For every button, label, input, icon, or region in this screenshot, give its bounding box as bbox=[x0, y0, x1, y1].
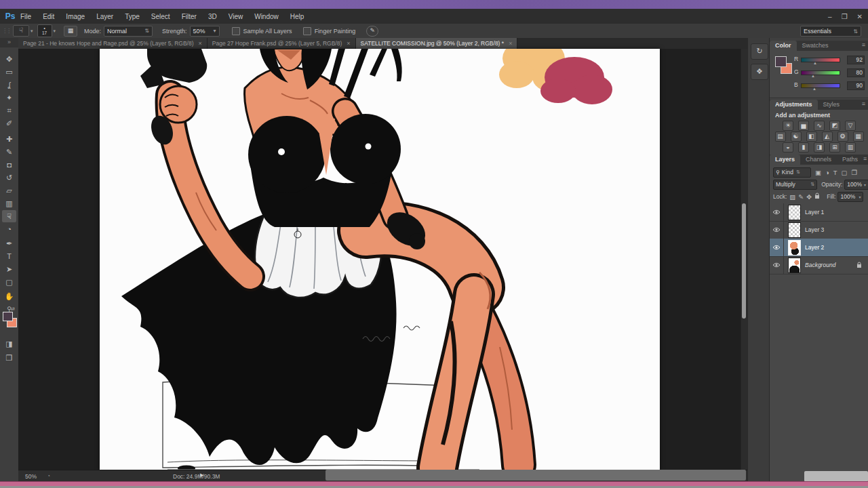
tab-adjustments[interactable]: Adjustments bbox=[770, 100, 818, 110]
vibrance-icon[interactable]: ▽ bbox=[845, 121, 856, 131]
fill-field[interactable]: 100% ▾ bbox=[837, 192, 863, 202]
exposure-icon[interactable]: ◩ bbox=[829, 121, 840, 131]
green-value[interactable]: 80 bbox=[847, 68, 865, 77]
gradient-map-icon[interactable]: ▥ bbox=[845, 142, 856, 152]
green-slider-thumb[interactable]: ▲ bbox=[811, 74, 815, 78]
hue-saturation-icon[interactable]: ▤ bbox=[775, 131, 786, 142]
curves-icon[interactable]: ∿ bbox=[814, 121, 825, 131]
menu-window[interactable]: Window bbox=[254, 13, 279, 20]
menu-help[interactable]: Help bbox=[290, 13, 304, 20]
red-value[interactable]: 92 bbox=[847, 56, 865, 64]
strength-dropdown[interactable]: 50% ▾ bbox=[190, 26, 220, 37]
lock-pixels-icon[interactable]: ✎ bbox=[798, 193, 804, 201]
history-panel-icon[interactable]: ↻ bbox=[751, 43, 768, 60]
visibility-eye-icon[interactable] bbox=[770, 203, 784, 221]
menu-image[interactable]: Image bbox=[66, 13, 85, 20]
document-tab-3-active[interactable]: SATELLITE COMISSION.jpg @ 50% (Layer 2, … bbox=[356, 38, 518, 49]
posterize-icon[interactable]: ▮ bbox=[798, 142, 809, 152]
panel-menu-icon[interactable]: ≡ bbox=[862, 100, 868, 110]
canvas[interactable] bbox=[100, 49, 660, 470]
visibility-eye-icon[interactable] bbox=[770, 256, 784, 274]
path-selection-tool[interactable]: ➤ bbox=[2, 263, 16, 275]
tab-styles[interactable]: Styles bbox=[818, 100, 846, 110]
tab-swatches[interactable]: Swatches bbox=[797, 41, 834, 51]
brush-picker-arrow[interactable]: ▾ bbox=[54, 28, 56, 34]
menu-view[interactable]: View bbox=[229, 13, 243, 20]
marquee-tool[interactable]: ▭ bbox=[2, 66, 16, 78]
black-white-icon[interactable]: ◧ bbox=[806, 131, 817, 142]
menu-filter[interactable]: Filter bbox=[182, 13, 197, 20]
panel-menu-icon[interactable]: ≡ bbox=[862, 41, 868, 51]
layer-row-layer2-selected[interactable]: Layer 2 bbox=[770, 239, 868, 257]
eraser-tool[interactable]: ▱ bbox=[2, 184, 16, 197]
tab-close-icon[interactable]: × bbox=[509, 40, 512, 47]
visibility-eye-icon[interactable] bbox=[770, 221, 784, 239]
canvas-artwork[interactable] bbox=[100, 49, 660, 470]
color-balance-icon[interactable]: ☯ bbox=[791, 131, 802, 142]
green-slider[interactable] bbox=[801, 70, 840, 75]
red-slider-thumb[interactable]: ▲ bbox=[813, 61, 817, 65]
horizontal-scrollbar-thumb[interactable] bbox=[326, 470, 746, 481]
blue-slider-thumb[interactable]: ▲ bbox=[812, 87, 816, 91]
properties-panel-icon[interactable]: ❖ bbox=[751, 64, 768, 80]
brush-tool[interactable]: ✎ bbox=[2, 146, 16, 158]
layer-row-layer3[interactable]: Layer 3 bbox=[770, 221, 868, 239]
healing-brush-tool[interactable]: ✚ bbox=[2, 133, 16, 145]
hand-tool[interactable]: ✋ bbox=[2, 290, 16, 302]
filter-smart-objects-icon[interactable]: ❐ bbox=[852, 169, 858, 176]
eyedropper-tool[interactable]: ✐ bbox=[2, 117, 16, 129]
pen-tool[interactable]: ✒ bbox=[2, 237, 16, 249]
lasso-tool[interactable]: ʆ bbox=[2, 79, 16, 91]
status-menu-arrow[interactable]: ▶ bbox=[200, 472, 203, 478]
screen-mode-button[interactable]: ❒ bbox=[2, 352, 16, 364]
brush-panel-toggle-icon[interactable]: ▦ bbox=[64, 26, 77, 37]
menu-layer[interactable]: Layer bbox=[96, 13, 113, 20]
type-tool[interactable]: T bbox=[2, 250, 16, 262]
color-lookup-icon[interactable]: ▦ bbox=[853, 131, 864, 142]
swap-colors-icon[interactable]: ⇄ bbox=[11, 306, 15, 312]
tool-preset-arrow[interactable]: ▾ bbox=[31, 28, 33, 34]
tab-paths[interactable]: Paths bbox=[837, 155, 863, 165]
smudge-tool[interactable]: ☟ bbox=[2, 210, 16, 222]
filter-type-layers-icon[interactable]: T bbox=[833, 169, 837, 176]
layer-thumbnail[interactable] bbox=[788, 240, 801, 256]
tab-channels[interactable]: Channels bbox=[800, 155, 837, 165]
crop-tool[interactable]: ⌗ bbox=[2, 104, 16, 117]
lock-transparency-icon[interactable]: ▨ bbox=[789, 193, 795, 201]
close-button[interactable]: ✕ bbox=[857, 13, 863, 20]
red-slider[interactable] bbox=[801, 58, 840, 62]
panel-menu-icon[interactable]: ≡ bbox=[863, 155, 868, 165]
foreground-color-swatch[interactable] bbox=[3, 312, 13, 321]
invert-icon[interactable]: ◒ bbox=[783, 142, 793, 152]
blue-value[interactable]: 90 bbox=[847, 81, 865, 90]
layer-row-layer1[interactable]: Layer 1 bbox=[770, 203, 868, 222]
clone-stamp-tool[interactable]: ◘ bbox=[2, 159, 16, 171]
lock-position-icon[interactable]: ✥ bbox=[806, 193, 812, 201]
tab-close-icon[interactable]: × bbox=[347, 40, 350, 47]
menu-select[interactable]: Select bbox=[151, 13, 170, 20]
channel-mixer-icon[interactable]: ❂ bbox=[837, 131, 848, 142]
move-tool[interactable]: ✥ bbox=[2, 53, 16, 65]
restore-button[interactable]: ❐ bbox=[842, 13, 848, 20]
threshold-icon[interactable]: ◨ bbox=[814, 142, 825, 152]
quick-selection-tool[interactable]: ✦ bbox=[2, 92, 16, 104]
layer-row-background[interactable]: Background bbox=[770, 256, 868, 274]
shape-tool[interactable]: ▢ bbox=[2, 276, 16, 288]
menu-3d[interactable]: 3D bbox=[208, 13, 217, 20]
finger-painting-checkbox[interactable] bbox=[303, 27, 311, 35]
levels-icon[interactable]: ▅ bbox=[798, 121, 809, 131]
brightness-contrast-icon[interactable]: ☀ bbox=[783, 121, 793, 131]
blue-slider[interactable] bbox=[801, 83, 840, 88]
tab-close-icon[interactable]: × bbox=[199, 40, 202, 47]
brush-preset-picker[interactable]: • 17 bbox=[37, 24, 52, 37]
selective-color-icon[interactable]: ⊞ bbox=[829, 142, 840, 152]
layer-thumbnail[interactable] bbox=[788, 222, 801, 238]
foreground-color-swatch[interactable] bbox=[775, 56, 787, 67]
gradient-tool[interactable]: ▥ bbox=[2, 197, 16, 209]
brush-settings-icon[interactable]: ✎ bbox=[366, 26, 378, 37]
document-tab-2[interactable]: Page 27 Hope Frank.psd @ 25% (Layer 5, R… bbox=[208, 38, 356, 49]
layer-thumbnail[interactable] bbox=[788, 258, 801, 273]
dodge-tool[interactable]: ◔ bbox=[2, 223, 16, 235]
vertical-scrollbar-thumb[interactable] bbox=[742, 203, 746, 319]
layer-filter-dropdown[interactable]: ⚲ Kind ⇅ bbox=[773, 167, 811, 178]
